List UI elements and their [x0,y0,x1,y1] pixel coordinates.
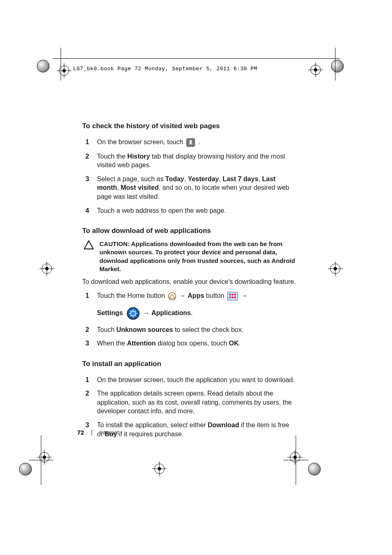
caution-triangle-icon [83,240,94,250]
svg-point-33 [293,456,297,459]
crop-mark-icon [53,48,69,81]
settings-icon [126,306,140,320]
bold-term: Attention [127,340,156,347]
running-header: LG7_bk0.book Page 72 Monday, September 5… [73,66,257,72]
bold-term: Apps [188,292,204,299]
caution-label: CAUTION: [99,240,131,247]
svg-line-53 [130,311,131,311]
svg-rect-43 [234,294,236,295]
step-text: Touch a web address to open the web page… [97,207,226,214]
svg-rect-46 [234,297,236,298]
heading-check-history: To check the history of visited web page… [82,122,296,131]
step-text: Select a page, such as [97,175,165,182]
svg-point-20 [154,464,164,474]
svg-point-8 [314,68,317,71]
page-footer: 72 Internet [77,429,119,436]
bold-term: Settings [97,309,123,316]
bold-term: Download [208,421,239,428]
svg-point-25 [39,452,49,462]
svg-point-32 [290,452,300,462]
svg-rect-41 [229,294,231,295]
svg-rect-40 [228,292,238,300]
heading-install-app: To install an application [82,359,296,369]
list-item: On the browser screen, touch . [82,135,296,150]
step-text: → [143,309,151,316]
step-text: . [198,138,200,145]
registration-target-icon [37,450,52,465]
step-text: On the browser screen, touch [97,138,185,145]
svg-point-47 [127,307,139,320]
footer-separator [92,430,92,435]
step-text: When the [97,340,127,347]
apps-grid-icon [227,292,238,301]
svg-line-55 [130,315,131,316]
steps-allow-download: Touch the Home button → Apps button → Se… [82,289,296,350]
svg-point-21 [158,467,161,470]
crop-line-top [53,58,340,59]
svg-point-7 [311,65,321,75]
bold-term: Today [165,175,184,182]
step-text: Touch the Home button [97,292,167,299]
step-text: , [117,184,121,191]
step-text: button [204,292,226,299]
svg-point-24 [19,463,32,475]
list-item: Touch Unknown sources to select the chec… [82,323,296,337]
heading-allow-download: To allow download of web applications [82,226,296,236]
step-text: → [179,292,187,299]
crop-mark-icon [284,435,308,485]
svg-point-6 [331,60,344,72]
caution-text: CAUTION: Applications downloaded from th… [99,240,296,273]
main-content: To check the history of visited web page… [82,122,296,442]
registration-target-icon [57,63,71,78]
bold-term: Most visited [121,184,159,191]
registration-sphere-icon [36,59,50,73]
steps-check-history: On the browser screen, touch . Touch the… [82,135,296,217]
step-text: , [219,175,223,182]
svg-point-17 [334,267,337,270]
bold-term: Yesterday [188,175,219,182]
list-item: When the Attention dialog box opens, tou… [82,336,296,350]
svg-point-16 [330,264,340,274]
step-text: . [191,309,193,316]
step-text: if it requires purchase. [117,431,184,438]
step-text: . [239,340,240,347]
step-text: Touch [97,326,116,333]
svg-point-12 [42,264,52,274]
step-text: , [258,175,262,182]
step-text: On the browser screen, touch the applica… [97,376,295,383]
svg-point-0 [37,60,49,72]
step-text: to select the check box. [173,326,244,333]
svg-point-2 [62,69,66,72]
bookmark-icon [186,138,195,147]
bold-term: Applications [151,309,191,316]
step-text: → [241,292,248,299]
step-text: Touch the [97,153,127,160]
paragraph: To download web applications, enable you… [82,277,296,286]
page-number: 72 [77,429,84,436]
list-item: On the browser screen, touch the applica… [82,373,296,387]
svg-rect-45 [232,297,233,298]
list-item: Touch the History tab that display brows… [82,150,296,172]
step-text: , [184,175,188,182]
caution-block: CAUTION: Applications downloaded from th… [82,240,296,273]
list-item: Touch a web address to open the web page… [82,204,296,218]
bold-term: Last 7 days [223,175,258,182]
svg-point-13 [45,267,48,270]
registration-target-icon [328,261,343,276]
bold-term: History [127,153,150,160]
registration-target-icon [288,450,302,465]
registration-sphere-icon [307,462,321,476]
list-item: Touch the Home button → Apps button → Se… [82,289,296,323]
svg-line-56 [135,315,136,316]
footer-section: Internet [99,429,119,436]
crop-mark-icon [327,48,344,81]
list-item: Select a page, such as Today, Yesterday,… [82,172,296,204]
svg-point-31 [308,463,321,475]
svg-point-26 [43,456,46,459]
svg-rect-44 [229,297,231,298]
registration-target-icon [308,62,323,77]
page: LG7_bk0.book Page 72 Monday, September 5… [0,0,392,555]
home-button-icon [168,292,176,300]
registration-sphere-icon [330,59,344,73]
registration-sphere-icon [18,462,32,476]
